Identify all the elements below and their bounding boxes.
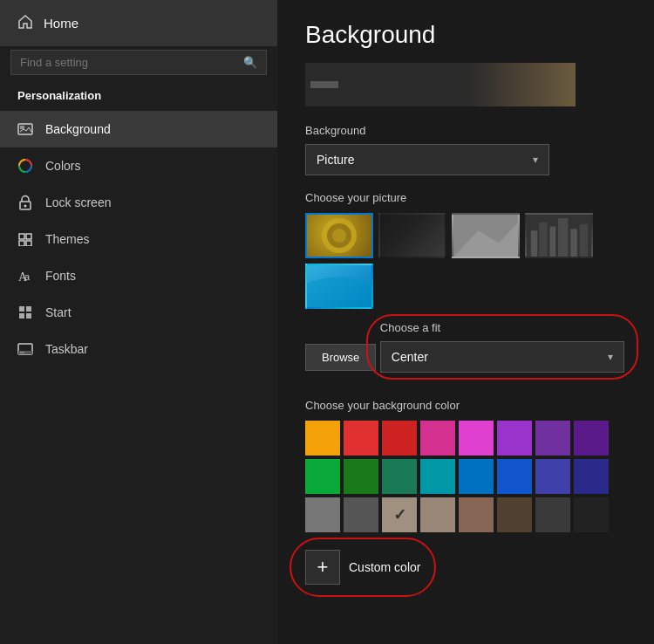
custom-color-button[interactable]: + Custom color — [305, 546, 420, 588]
section-title: Personalization — [0, 84, 277, 111]
color-swatch-dark-purple[interactable] — [574, 421, 609, 456]
svg-rect-25 — [580, 224, 588, 257]
svg-point-16 — [332, 229, 346, 243]
picture-thumb-2[interactable] — [378, 213, 446, 258]
svg-point-28 — [307, 277, 371, 309]
main-content: Background Background Picture ▾ Choose y… — [277, 0, 654, 644]
color-swatch-gray2[interactable] — [344, 497, 378, 532]
lock-icon — [17, 195, 33, 210]
background-dropdown-label: Background — [305, 124, 626, 137]
sidebar-item-fonts-label: Fonts — [45, 269, 76, 283]
custom-color-plus-icon: + — [305, 550, 340, 585]
search-icon: 🔍 — [243, 56, 257, 69]
sidebar-item-lock-screen-label: Lock screen — [45, 195, 111, 209]
preview-bar — [310, 81, 338, 88]
sidebar-home-item[interactable]: Home — [0, 0, 277, 46]
color-swatch-teal2[interactable] — [420, 459, 455, 494]
sidebar-item-lock-screen[interactable]: Lock screen — [0, 184, 277, 221]
start-icon — [17, 305, 33, 320]
color-grid — [305, 421, 626, 532]
background-dropdown-arrow: ▾ — [533, 154, 538, 166]
sidebar-item-colors[interactable]: Colors — [0, 147, 277, 184]
color-swatch-brown2[interactable] — [497, 497, 532, 532]
themes-icon — [17, 231, 33, 247]
color-swatch-tan2[interactable] — [420, 497, 455, 532]
fit-dropdown[interactable]: Center ▾ — [380, 341, 624, 373]
svg-text:a: a — [24, 271, 31, 282]
picture-thumb-5[interactable] — [305, 264, 373, 309]
background-icon — [17, 121, 33, 137]
choose-picture-label: Choose your picture — [305, 191, 626, 204]
svg-rect-7 — [19, 306, 24, 312]
color-swatch-red1[interactable] — [344, 421, 378, 456]
svg-rect-22 — [550, 227, 556, 257]
colors-icon — [17, 158, 33, 174]
color-swatch-purple2[interactable] — [535, 421, 570, 456]
search-box: 🔍 — [10, 50, 267, 75]
background-dropdown-value: Picture — [317, 153, 355, 167]
color-swatch-orange[interactable] — [305, 421, 340, 456]
sidebar-item-themes[interactable]: Themes — [0, 221, 277, 257]
svg-rect-21 — [539, 223, 547, 257]
svg-rect-9 — [19, 313, 24, 319]
color-swatch-pink[interactable] — [420, 421, 455, 456]
svg-rect-20 — [531, 230, 538, 257]
sidebar-item-taskbar-label: Taskbar — [45, 342, 88, 356]
sidebar-item-fonts[interactable]: A a Fonts — [0, 257, 277, 294]
home-label: Home — [44, 16, 78, 31]
sidebar-item-start[interactable]: Start — [0, 294, 277, 331]
taskbar-icon — [17, 341, 33, 357]
color-swatch-green2[interactable] — [344, 459, 378, 494]
page-title: Background — [305, 21, 626, 49]
sidebar: Home 🔍 Personalization Background — [0, 0, 277, 644]
choose-fit-label: Choose a fit — [380, 321, 624, 334]
color-swatch-magenta[interactable] — [459, 421, 494, 456]
fit-dropdown-arrow: ▾ — [608, 351, 613, 363]
color-swatch-dark1[interactable] — [535, 497, 570, 532]
sidebar-item-background-label: Background — [45, 122, 111, 136]
color-swatch-indigo[interactable] — [535, 459, 570, 494]
color-swatch-brown1[interactable] — [459, 497, 494, 532]
picture-thumb-1[interactable] — [305, 213, 373, 258]
color-swatch-gray1[interactable] — [305, 497, 340, 532]
svg-rect-10 — [26, 313, 31, 319]
custom-color-label: Custom color — [349, 560, 420, 574]
background-preview — [305, 63, 576, 106]
search-input[interactable] — [20, 56, 243, 69]
custom-color-wrapper: + Custom color — [305, 546, 420, 588]
color-swatch-blue1[interactable] — [459, 459, 494, 494]
background-dropdown[interactable]: Picture ▾ — [305, 144, 549, 175]
color-swatch-dark-indigo[interactable] — [574, 459, 609, 494]
sidebar-item-background[interactable]: Background — [0, 111, 277, 147]
sidebar-item-taskbar[interactable]: Taskbar — [0, 331, 277, 367]
sidebar-item-themes-label: Themes — [45, 232, 90, 246]
color-swatch-dark2[interactable] — [574, 497, 609, 532]
color-swatch-tan1[interactable] — [382, 497, 417, 532]
svg-rect-13 — [20, 353, 24, 353]
svg-rect-1 — [20, 126, 24, 129]
color-swatch-purple1[interactable] — [497, 421, 532, 456]
color-swatch-red2[interactable] — [382, 421, 417, 456]
color-section-label: Choose your background color — [305, 399, 626, 412]
pictures-row — [305, 213, 626, 309]
browse-button[interactable]: Browse — [305, 344, 376, 371]
picture-thumb-3[interactable] — [452, 213, 520, 258]
svg-rect-23 — [558, 218, 568, 257]
fonts-icon: A a — [17, 268, 33, 284]
svg-rect-8 — [26, 306, 31, 312]
fit-dropdown-value: Center — [392, 350, 428, 364]
color-swatch-blue2[interactable] — [497, 459, 532, 494]
fit-section: Choose a fit Center ▾ — [380, 321, 624, 373]
sidebar-item-colors-label: Colors — [45, 159, 80, 173]
color-swatch-teal1[interactable] — [382, 459, 417, 494]
svg-point-4 — [24, 205, 27, 208]
svg-rect-24 — [570, 229, 577, 257]
picture-thumb-4[interactable] — [525, 213, 593, 258]
home-icon — [17, 14, 33, 32]
color-swatch-green1[interactable] — [305, 459, 340, 494]
sidebar-item-start-label: Start — [45, 305, 72, 319]
